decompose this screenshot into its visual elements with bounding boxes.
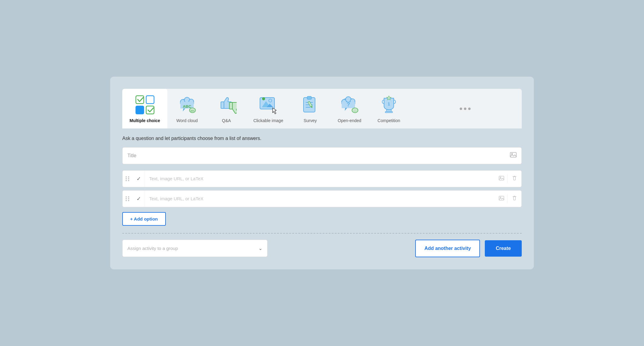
dot-1: [460, 108, 462, 110]
svg-rect-43: [510, 152, 516, 157]
title-input-wrapper: [122, 147, 522, 164]
options-list: ✓: [122, 170, 522, 207]
svg-text:...: ...: [354, 109, 356, 112]
create-button[interactable]: Create: [485, 240, 522, 257]
delete-option-button-2[interactable]: [508, 191, 521, 206]
clickable-image-label: Clickable image: [253, 118, 283, 123]
svg-text:ABC: ABC: [183, 104, 192, 109]
svg-marker-11: [183, 108, 185, 111]
multiple-choice-icon: [134, 94, 156, 115]
svg-point-46: [500, 177, 501, 178]
survey-icon: [300, 94, 321, 115]
main-container: Multiple choice ABC: [110, 77, 534, 269]
assign-group-select[interactable]: Assign activity to a group ⌄: [122, 240, 268, 257]
svg-rect-47: [499, 196, 504, 200]
svg-point-44: [511, 153, 513, 155]
svg-point-48: [500, 197, 501, 198]
dashed-divider: [122, 233, 522, 234]
option-row-2: ✓: [122, 190, 522, 207]
activity-type-qa[interactable]: Q&A: [207, 89, 246, 128]
dot-3: [468, 108, 471, 110]
more-button[interactable]: [409, 89, 522, 128]
delete-option-button-1[interactable]: [508, 171, 521, 186]
survey-label: Survey: [304, 118, 317, 123]
clickable-image-icon: [258, 94, 279, 115]
activity-type-multiple-choice[interactable]: Multiple choice: [122, 89, 167, 128]
activity-type-word-cloud[interactable]: ABC abc Word cloud: [167, 89, 207, 128]
activity-type-competition[interactable]: 1 Competition: [369, 89, 409, 128]
add-another-activity-button[interactable]: Add another activity: [415, 240, 480, 257]
word-cloud-icon: ABC abc: [176, 94, 198, 115]
description-text: Ask a question and let participants choo…: [122, 136, 522, 141]
option-row-1: ✓: [122, 170, 522, 187]
option-input-1[interactable]: [145, 171, 496, 186]
title-image-button[interactable]: [505, 148, 521, 163]
assign-group-label: Assign activity to a group: [127, 246, 178, 251]
competition-label: Competition: [378, 118, 400, 123]
svg-rect-2: [136, 106, 144, 114]
dot-2: [464, 108, 466, 110]
activity-type-selector: Multiple choice ABC: [122, 89, 522, 128]
form-area: Ask a question and let participants choo…: [122, 128, 522, 257]
drag-handle-1[interactable]: [123, 171, 133, 186]
multiple-choice-label: Multiple choice: [130, 118, 160, 123]
competition-icon: 1: [378, 94, 399, 115]
svg-rect-3: [146, 106, 154, 114]
svg-rect-24: [307, 96, 311, 99]
option-image-button-2[interactable]: [496, 192, 507, 206]
svg-rect-0: [136, 96, 144, 104]
check-icon-1: ✓: [133, 171, 145, 187]
svg-text:1: 1: [388, 101, 390, 106]
drag-handle-2[interactable]: [123, 191, 133, 206]
svg-text:?: ?: [347, 101, 350, 108]
svg-rect-40: [385, 111, 393, 113]
svg-text:abc: abc: [191, 109, 195, 112]
qa-label: Q&A: [222, 118, 231, 123]
word-cloud-label: Word cloud: [176, 118, 198, 123]
check-icon-2: ✓: [133, 191, 145, 207]
svg-marker-36: [345, 108, 347, 111]
chevron-down-icon: ⌄: [258, 245, 262, 251]
svg-point-19: [269, 99, 272, 102]
activity-type-survey[interactable]: Survey: [291, 89, 330, 128]
option-image-button-1[interactable]: [496, 172, 507, 186]
activity-type-open-ended[interactable]: ? ... Open-ended: [330, 89, 369, 128]
title-input[interactable]: [123, 148, 505, 164]
qa-icon: [216, 94, 237, 115]
activity-type-clickable-image[interactable]: Clickable image: [246, 89, 291, 128]
svg-rect-45: [499, 176, 504, 180]
svg-rect-14: [221, 102, 224, 108]
svg-rect-15: [229, 102, 232, 109]
bottom-bar: Assign activity to a group ⌄ Add another…: [122, 240, 522, 257]
option-input-2[interactable]: [145, 191, 496, 206]
add-option-button[interactable]: + Add option: [122, 212, 166, 226]
svg-rect-1: [146, 96, 154, 104]
open-ended-icon: ? ...: [339, 94, 360, 115]
open-ended-label: Open-ended: [338, 118, 361, 123]
